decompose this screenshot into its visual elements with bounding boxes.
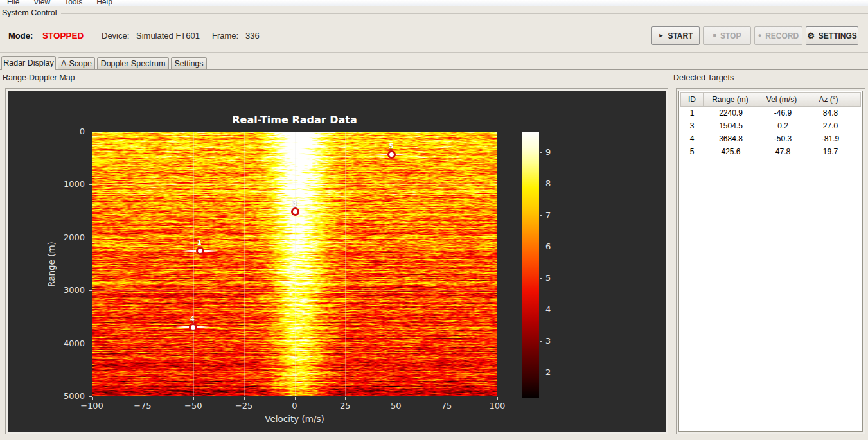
colorbar-tick-label: 5 bbox=[545, 273, 551, 283]
table-cell: 84.8 bbox=[808, 107, 853, 119]
detected-targets-label: Detected Targets bbox=[673, 73, 734, 82]
settings-icon: ⚙ bbox=[807, 31, 815, 40]
gridline-horizontal bbox=[92, 238, 497, 238]
menu-item-file[interactable]: File bbox=[0, 0, 26, 6]
y-tick-label: 4000 bbox=[44, 339, 85, 348]
frame-value: 336 bbox=[245, 31, 260, 40]
x-tick-label: −50 bbox=[173, 401, 214, 410]
table-cell: 19.7 bbox=[808, 145, 853, 158]
column-header-az[interactable]: Az (°) bbox=[806, 92, 851, 107]
y-tick-mark bbox=[89, 396, 92, 397]
x-tick-mark bbox=[143, 397, 143, 400]
colorbar-tick-label: 3 bbox=[545, 336, 551, 346]
x-tick-mark bbox=[92, 397, 93, 400]
table-cell: 1504.5 bbox=[704, 119, 758, 132]
menu-item-view[interactable]: View bbox=[26, 0, 57, 6]
table-row[interactable]: 31504.50.227.0 bbox=[680, 119, 861, 132]
tab-radar-display[interactable]: Radar Display bbox=[1, 56, 56, 70]
device-value: Simulated FT601 bbox=[136, 31, 200, 40]
device-label: Device: bbox=[102, 31, 129, 40]
plot-title: Real-Time Radar Data bbox=[92, 114, 497, 126]
table-cell: -46.9 bbox=[758, 107, 808, 119]
gridline-vertical bbox=[295, 132, 296, 396]
menu-item-tools[interactable]: Tools bbox=[57, 0, 89, 6]
x-tick-label: 75 bbox=[426, 401, 467, 410]
colorbar-tick-label: 7 bbox=[545, 210, 551, 220]
settings-button[interactable]: ⚙SETTINGS bbox=[806, 26, 858, 45]
colorbar-tick-mark bbox=[540, 373, 542, 373]
gridline-vertical bbox=[447, 132, 447, 396]
x-tick-mark bbox=[345, 397, 346, 400]
table-cell: -81.9 bbox=[808, 132, 853, 145]
table-cell: 425.6 bbox=[704, 145, 758, 158]
detected-targets-panel: IDRange (m)Vel (m/s)Az (°)12240.9-46.984… bbox=[678, 91, 863, 432]
y-tick-mark bbox=[89, 132, 92, 132]
y-axis-label: Range (m) bbox=[46, 220, 57, 310]
tab-doppler-spectrum[interactable]: Doppler Spectrum bbox=[97, 57, 169, 69]
x-tick-label: 50 bbox=[375, 401, 416, 410]
target-id-label: 3 bbox=[292, 200, 297, 207]
radar-plot-panel: Real-Time Radar Data −100−75−50−25025507… bbox=[8, 91, 666, 432]
gridline-vertical bbox=[244, 132, 245, 396]
y-tick-mark bbox=[89, 184, 92, 185]
range-doppler-map-frame: Real-Time Radar Data −100−75−50−25025507… bbox=[5, 88, 668, 434]
mode-label: Mode: bbox=[8, 31, 33, 40]
table-cell: 27.0 bbox=[808, 119, 853, 132]
colorbar bbox=[522, 132, 539, 398]
x-tick-label: 0 bbox=[274, 401, 315, 410]
target-marker bbox=[189, 323, 197, 331]
x-tick-mark bbox=[447, 397, 447, 400]
menu-bar: FileViewToolsHelp bbox=[0, 0, 868, 6]
table-row[interactable]: 5425.647.819.7 bbox=[680, 145, 861, 158]
x-tick-mark bbox=[396, 397, 396, 400]
column-header-range-m[interactable]: Range (m) bbox=[703, 92, 757, 107]
x-tick-label: 25 bbox=[324, 401, 366, 410]
column-header-vel-m-s[interactable]: Vel (m/s) bbox=[757, 92, 806, 107]
colorbar-tick-mark bbox=[540, 215, 542, 216]
table-cell: -50.3 bbox=[758, 132, 808, 145]
colorbar-tick-mark bbox=[540, 247, 542, 247]
table-cell: 3 bbox=[680, 119, 704, 132]
tab-a-scope[interactable]: A-Scope bbox=[58, 57, 95, 69]
target-marker bbox=[291, 207, 299, 216]
column-header-id[interactable]: ID bbox=[680, 92, 704, 107]
x-tick-mark bbox=[193, 397, 194, 400]
frame-label: Frame: bbox=[212, 31, 238, 40]
table-row[interactable]: 12240.9-46.984.8 bbox=[680, 107, 861, 119]
gridline-vertical bbox=[345, 132, 346, 396]
range-doppler-map-label: Range-Doppler Map bbox=[3, 73, 75, 82]
tab-settings[interactable]: Settings bbox=[171, 57, 207, 69]
start-button[interactable]: ►START bbox=[651, 26, 700, 45]
gridline-horizontal bbox=[92, 184, 497, 185]
record-button-label: RECORD bbox=[765, 31, 799, 40]
stop-button[interactable]: ■STOP bbox=[703, 26, 751, 45]
gridline-horizontal bbox=[92, 290, 497, 291]
colorbar-tick-label: 4 bbox=[545, 304, 551, 314]
x-tick-label: −100 bbox=[71, 401, 112, 410]
colorbar-tick-mark bbox=[540, 152, 542, 153]
table-cell: 2240.9 bbox=[704, 107, 758, 119]
detected-targets-frame: IDRange (m)Vel (m/s)Az (°)12240.9-46.984… bbox=[676, 88, 865, 434]
table-row[interactable]: 43684.8-50.3-81.9 bbox=[680, 132, 861, 145]
x-tick-mark bbox=[295, 397, 296, 400]
colorbar-tick-mark bbox=[540, 184, 542, 184]
gridline-vertical bbox=[193, 132, 194, 396]
system-control-label: System Control bbox=[0, 8, 61, 17]
gridline-vertical bbox=[143, 132, 143, 396]
settings-button-label: SETTINGS bbox=[819, 31, 857, 40]
y-tick-mark bbox=[89, 290, 92, 291]
target-id-label: 1 bbox=[197, 239, 202, 246]
table-cell: 0.2 bbox=[758, 119, 808, 132]
gridline-horizontal bbox=[92, 344, 497, 344]
x-tick-label: 100 bbox=[477, 401, 518, 410]
record-button[interactable]: ●RECORD bbox=[754, 26, 802, 45]
x-axis-label: Velocity (m/s) bbox=[92, 414, 497, 424]
column-header-filler bbox=[851, 92, 861, 107]
target-marker bbox=[196, 247, 204, 255]
x-tick-label: −25 bbox=[224, 401, 265, 410]
target-id-label: 4 bbox=[190, 315, 195, 322]
colorbar-tick-mark bbox=[540, 278, 542, 279]
colorbar-tick-label: 9 bbox=[545, 147, 551, 157]
menu-item-help[interactable]: Help bbox=[89, 0, 120, 6]
colorbar-tick-label: 8 bbox=[545, 179, 551, 188]
